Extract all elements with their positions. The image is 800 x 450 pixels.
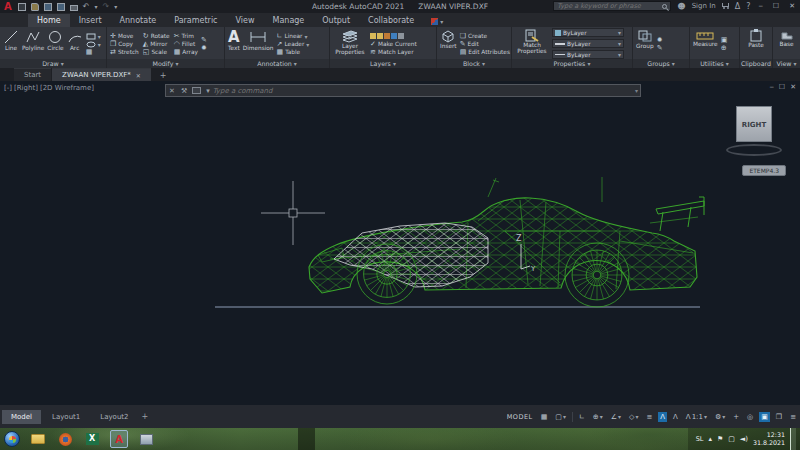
fillet-tool[interactable]: ◠Fillet (174, 41, 198, 48)
explode-tool[interactable]: ✹ (201, 45, 207, 52)
visual-style-control[interactable]: [2D Wireframe] (40, 84, 94, 92)
modify-panel-label[interactable]: Modify ▾ (107, 59, 224, 68)
match-layer-tool[interactable]: ≋Match Layer (370, 49, 417, 56)
drawing-area[interactable]: [-] [Right] [2D Wireframe] ✕ ⚒ ▾ ▾ ‒ ☐ ✕… (0, 81, 800, 405)
command-customize-icon[interactable]: ⚒ (178, 87, 190, 95)
measure-tool[interactable]: Measure (693, 29, 718, 59)
layers-panel-label[interactable]: Layers ▾ (330, 59, 436, 68)
clean-screen-icon[interactable]: ❒ (774, 412, 784, 422)
taskbar-excel-icon[interactable]: X (83, 432, 101, 447)
help-icon[interactable]: ? (746, 2, 750, 11)
show-desktop-button[interactable] (790, 428, 796, 450)
tab-manage[interactable]: Manage (264, 14, 314, 27)
restore-button[interactable]: ☐ (771, 2, 781, 10)
language-indicator[interactable]: SL (696, 435, 704, 443)
circle-tool[interactable]: Circle (47, 29, 63, 59)
id-point-icon[interactable]: ⊕ (721, 45, 728, 52)
tab-insert[interactable]: Insert (70, 14, 111, 27)
open-file-icon[interactable] (31, 3, 39, 11)
paste-tool[interactable]: Paste (748, 29, 764, 59)
linetype-dropdown[interactable]: ByLayer▾ (552, 50, 624, 59)
dimension-tool[interactable]: Dimension (243, 29, 274, 59)
tab-annotate[interactable]: Annotate (111, 14, 166, 27)
isodraft-icon[interactable]: ◇▾ (627, 412, 640, 422)
file-tab-start[interactable]: Start (14, 68, 51, 81)
leader-tool[interactable]: ↗Leader▾ (277, 41, 310, 48)
groups-panel-label[interactable]: Groups ▾ (633, 59, 689, 68)
properties-panel-label[interactable]: Properties ▾ (512, 59, 632, 68)
dynamic-input-icon[interactable]: ∟ (577, 412, 587, 422)
tab-layout2[interactable]: Layout2 (91, 410, 137, 424)
lineweight-dropdown[interactable]: ByLayer▾ (552, 39, 624, 48)
rotate-tool[interactable]: ↻Rotate (143, 33, 170, 40)
car-wireframe[interactable] (309, 177, 704, 307)
taskbar-viewer-icon[interactable] (137, 432, 155, 447)
text-tool[interactable]: A Text (228, 29, 240, 59)
close-button[interactable]: ✕ (787, 2, 797, 10)
file-tab-document[interactable]: ZWAAN VIPER.DXF*✕ (52, 68, 151, 81)
polyline-tool[interactable]: Polyline (22, 29, 44, 59)
taskbar-autocad-icon[interactable]: A (110, 432, 128, 447)
rectangle-tool[interactable]: ▾ (86, 33, 101, 40)
ellipse-tool[interactable]: ▾ (86, 41, 101, 48)
taskbar-firefox-icon[interactable] (56, 432, 74, 447)
taskbar-clock[interactable]: 12:31 31.8.2021 (753, 431, 785, 447)
start-button[interactable] (4, 431, 20, 447)
line-tool[interactable]: Line (3, 29, 19, 59)
annotation-panel-label[interactable]: Annotation ▾ (225, 59, 329, 68)
edit-block-tool[interactable]: ✎Edit (460, 41, 511, 48)
utilities-panel-label[interactable]: Utilities ▾ (690, 59, 739, 68)
search-input[interactable] (557, 2, 659, 10)
hatch-tool[interactable]: ▦ (86, 49, 101, 56)
lineweight-toggle-icon[interactable]: ≡ (644, 412, 654, 422)
quick-calc-icon[interactable]: ▣ (721, 37, 728, 44)
erase-tool[interactable]: ✎ (201, 37, 207, 44)
group-edit-icon[interactable]: ✎ (657, 45, 663, 52)
undo-icon[interactable]: ↶ (83, 2, 90, 11)
viewcube[interactable]: RIGHT (726, 106, 782, 156)
undo-dropdown-icon[interactable]: ▾ (94, 3, 97, 10)
mirror-tool[interactable]: ◭Mirror (143, 41, 170, 48)
network-icon[interactable]: ▢ (728, 435, 735, 443)
annotation-monitor-icon[interactable]: + (731, 412, 741, 422)
tab-output[interactable]: Output (313, 14, 359, 27)
doc-minimize-icon[interactable]: ‒ (769, 83, 773, 91)
clipboard-panel-label[interactable]: Clipboard (740, 59, 772, 68)
workspace-switching-icon[interactable]: ⚙▾ (713, 412, 727, 422)
volume-icon[interactable]: ◄) (740, 435, 748, 443)
featured-apps-icon[interactable]: ▾ (431, 18, 443, 27)
stay-connected-icon[interactable]: Δ (735, 2, 740, 11)
draw-panel-label[interactable]: Draw ▾ (0, 59, 106, 68)
edit-attributes-tool[interactable]: ▤Edit Attributes▾ (460, 49, 511, 56)
copy-tool[interactable]: ❐Copy (110, 41, 139, 48)
autoscale-icon[interactable]: Λ (671, 412, 680, 422)
tab-parametric[interactable]: Parametric (165, 14, 226, 27)
color-dropdown[interactable]: ByLayer▾ (552, 28, 624, 37)
search-icon[interactable] (662, 4, 667, 9)
new-file-icon[interactable] (18, 3, 26, 11)
group-tool[interactable]: Group (636, 29, 654, 59)
redo-icon[interactable]: ↷ (102, 2, 109, 11)
linear-tool[interactable]: ∟Linear▾ (277, 33, 310, 40)
table-tool[interactable]: ▦Table (277, 49, 310, 56)
action-center-icon[interactable]: ⚑ (717, 435, 723, 443)
taskbar-explorer-icon[interactable] (29, 432, 47, 447)
model-space-toggle[interactable]: MODEL (507, 413, 533, 421)
snap-toggle-icon[interactable]: ▢▾ (553, 412, 568, 422)
save-icon[interactable] (44, 3, 52, 11)
recent-commands-dropdown-icon[interactable]: ▾ (203, 87, 213, 95)
save-as-icon[interactable] (57, 3, 65, 11)
customization-icon[interactable]: ≡ (788, 412, 798, 422)
base-view-tool[interactable]: Base (779, 29, 793, 59)
new-drawing-button[interactable]: + (156, 70, 171, 81)
recent-commands-icon[interactable] (192, 87, 201, 94)
app-store-icon[interactable] (722, 3, 729, 7)
ortho-toggle-icon[interactable]: ⊕▾ (591, 412, 605, 422)
move-tool[interactable]: ✛Move (110, 33, 139, 40)
command-close-icon[interactable]: ✕ (166, 87, 178, 95)
grid-toggle-icon[interactable]: ▦ (539, 412, 550, 422)
doc-close-icon[interactable]: ✕ (790, 83, 796, 91)
ungroup-icon[interactable]: ✹ (657, 37, 663, 44)
polar-tracking-icon[interactable]: ∠▾ (609, 412, 623, 422)
new-layout-button[interactable]: + (142, 412, 149, 421)
